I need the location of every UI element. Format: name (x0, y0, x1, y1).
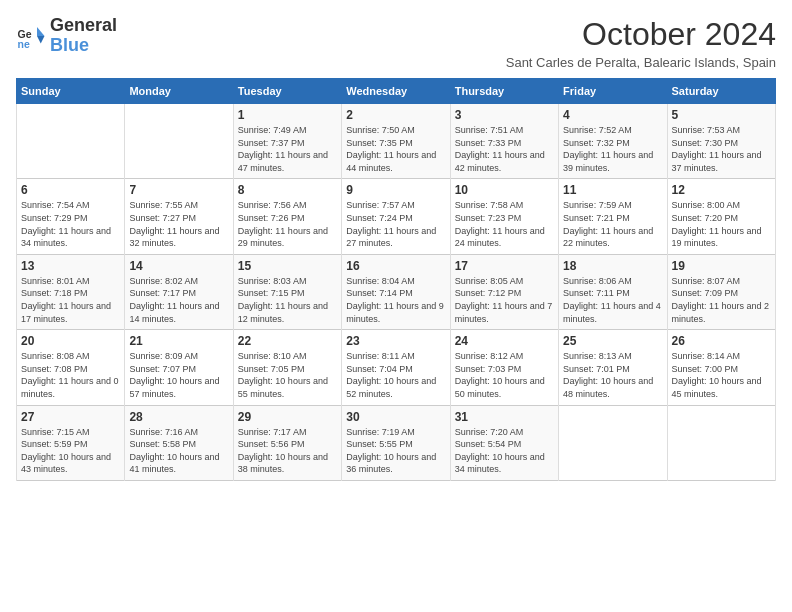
calendar-cell: 11Sunrise: 7:59 AM Sunset: 7:21 PM Dayli… (559, 179, 667, 254)
day-number: 27 (21, 410, 120, 424)
day-number: 29 (238, 410, 337, 424)
day-info: Sunrise: 8:10 AM Sunset: 7:05 PM Dayligh… (238, 350, 337, 400)
weekday-header-sunday: Sunday (17, 79, 125, 104)
day-number: 17 (455, 259, 554, 273)
calendar-cell: 27Sunrise: 7:15 AM Sunset: 5:59 PM Dayli… (17, 405, 125, 480)
calendar-cell: 31Sunrise: 7:20 AM Sunset: 5:54 PM Dayli… (450, 405, 558, 480)
day-info: Sunrise: 8:11 AM Sunset: 7:04 PM Dayligh… (346, 350, 445, 400)
logo-general: General (50, 15, 117, 35)
calendar-cell (125, 104, 233, 179)
day-info: Sunrise: 7:53 AM Sunset: 7:30 PM Dayligh… (672, 124, 771, 174)
day-number: 1 (238, 108, 337, 122)
weekday-header-monday: Monday (125, 79, 233, 104)
day-info: Sunrise: 8:13 AM Sunset: 7:01 PM Dayligh… (563, 350, 662, 400)
day-number: 10 (455, 183, 554, 197)
day-number: 14 (129, 259, 228, 273)
calendar-week-row: 6Sunrise: 7:54 AM Sunset: 7:29 PM Daylig… (17, 179, 776, 254)
day-info: Sunrise: 8:05 AM Sunset: 7:12 PM Dayligh… (455, 275, 554, 325)
day-info: Sunrise: 7:15 AM Sunset: 5:59 PM Dayligh… (21, 426, 120, 476)
calendar-cell: 15Sunrise: 8:03 AM Sunset: 7:15 PM Dayli… (233, 254, 341, 329)
day-number: 31 (455, 410, 554, 424)
day-info: Sunrise: 7:52 AM Sunset: 7:32 PM Dayligh… (563, 124, 662, 174)
weekday-header-wednesday: Wednesday (342, 79, 450, 104)
calendar-cell: 14Sunrise: 8:02 AM Sunset: 7:17 PM Dayli… (125, 254, 233, 329)
calendar-cell: 1Sunrise: 7:49 AM Sunset: 7:37 PM Daylig… (233, 104, 341, 179)
day-number: 16 (346, 259, 445, 273)
day-info: Sunrise: 7:51 AM Sunset: 7:33 PM Dayligh… (455, 124, 554, 174)
day-info: Sunrise: 7:49 AM Sunset: 7:37 PM Dayligh… (238, 124, 337, 174)
day-info: Sunrise: 8:03 AM Sunset: 7:15 PM Dayligh… (238, 275, 337, 325)
calendar-cell: 7Sunrise: 7:55 AM Sunset: 7:27 PM Daylig… (125, 179, 233, 254)
day-info: Sunrise: 7:19 AM Sunset: 5:55 PM Dayligh… (346, 426, 445, 476)
day-info: Sunrise: 7:58 AM Sunset: 7:23 PM Dayligh… (455, 199, 554, 249)
day-number: 12 (672, 183, 771, 197)
calendar-cell (17, 104, 125, 179)
day-info: Sunrise: 8:07 AM Sunset: 7:09 PM Dayligh… (672, 275, 771, 325)
logo-icon: Ge ne (16, 21, 46, 51)
logo: Ge ne General Blue (16, 16, 117, 56)
weekday-header-thursday: Thursday (450, 79, 558, 104)
svg-marker-3 (37, 36, 45, 44)
calendar-cell (559, 405, 667, 480)
day-info: Sunrise: 7:54 AM Sunset: 7:29 PM Dayligh… (21, 199, 120, 249)
day-number: 23 (346, 334, 445, 348)
header: Ge ne General Blue October 2024 Sant Car… (16, 16, 776, 70)
calendar-cell: 6Sunrise: 7:54 AM Sunset: 7:29 PM Daylig… (17, 179, 125, 254)
day-number: 22 (238, 334, 337, 348)
day-number: 13 (21, 259, 120, 273)
day-number: 4 (563, 108, 662, 122)
calendar-cell: 13Sunrise: 8:01 AM Sunset: 7:18 PM Dayli… (17, 254, 125, 329)
day-number: 18 (563, 259, 662, 273)
location-subtitle: Sant Carles de Peralta, Balearic Islands… (506, 55, 776, 70)
day-info: Sunrise: 7:50 AM Sunset: 7:35 PM Dayligh… (346, 124, 445, 174)
calendar-cell: 3Sunrise: 7:51 AM Sunset: 7:33 PM Daylig… (450, 104, 558, 179)
calendar-cell: 30Sunrise: 7:19 AM Sunset: 5:55 PM Dayli… (342, 405, 450, 480)
day-number: 2 (346, 108, 445, 122)
calendar-cell: 17Sunrise: 8:05 AM Sunset: 7:12 PM Dayli… (450, 254, 558, 329)
calendar-cell: 9Sunrise: 7:57 AM Sunset: 7:24 PM Daylig… (342, 179, 450, 254)
weekday-header-row: SundayMondayTuesdayWednesdayThursdayFrid… (17, 79, 776, 104)
day-info: Sunrise: 8:00 AM Sunset: 7:20 PM Dayligh… (672, 199, 771, 249)
calendar-cell: 22Sunrise: 8:10 AM Sunset: 7:05 PM Dayli… (233, 330, 341, 405)
day-info: Sunrise: 8:06 AM Sunset: 7:11 PM Dayligh… (563, 275, 662, 325)
calendar-cell: 29Sunrise: 7:17 AM Sunset: 5:56 PM Dayli… (233, 405, 341, 480)
svg-marker-2 (37, 27, 45, 36)
day-number: 24 (455, 334, 554, 348)
day-number: 25 (563, 334, 662, 348)
day-info: Sunrise: 8:04 AM Sunset: 7:14 PM Dayligh… (346, 275, 445, 325)
calendar-cell: 24Sunrise: 8:12 AM Sunset: 7:03 PM Dayli… (450, 330, 558, 405)
day-number: 21 (129, 334, 228, 348)
day-info: Sunrise: 7:20 AM Sunset: 5:54 PM Dayligh… (455, 426, 554, 476)
day-info: Sunrise: 8:01 AM Sunset: 7:18 PM Dayligh… (21, 275, 120, 325)
calendar-cell: 28Sunrise: 7:16 AM Sunset: 5:58 PM Dayli… (125, 405, 233, 480)
day-info: Sunrise: 8:14 AM Sunset: 7:00 PM Dayligh… (672, 350, 771, 400)
calendar-cell: 2Sunrise: 7:50 AM Sunset: 7:35 PM Daylig… (342, 104, 450, 179)
day-info: Sunrise: 8:02 AM Sunset: 7:17 PM Dayligh… (129, 275, 228, 325)
title-area: October 2024 Sant Carles de Peralta, Bal… (506, 16, 776, 70)
day-info: Sunrise: 8:12 AM Sunset: 7:03 PM Dayligh… (455, 350, 554, 400)
day-info: Sunrise: 8:08 AM Sunset: 7:08 PM Dayligh… (21, 350, 120, 400)
calendar-cell: 23Sunrise: 8:11 AM Sunset: 7:04 PM Dayli… (342, 330, 450, 405)
day-number: 20 (21, 334, 120, 348)
day-info: Sunrise: 8:09 AM Sunset: 7:07 PM Dayligh… (129, 350, 228, 400)
calendar-cell: 10Sunrise: 7:58 AM Sunset: 7:23 PM Dayli… (450, 179, 558, 254)
day-info: Sunrise: 7:59 AM Sunset: 7:21 PM Dayligh… (563, 199, 662, 249)
day-number: 3 (455, 108, 554, 122)
calendar-cell: 20Sunrise: 8:08 AM Sunset: 7:08 PM Dayli… (17, 330, 125, 405)
calendar-week-row: 13Sunrise: 8:01 AM Sunset: 7:18 PM Dayli… (17, 254, 776, 329)
calendar-cell: 19Sunrise: 8:07 AM Sunset: 7:09 PM Dayli… (667, 254, 775, 329)
calendar-cell: 5Sunrise: 7:53 AM Sunset: 7:30 PM Daylig… (667, 104, 775, 179)
day-number: 15 (238, 259, 337, 273)
day-info: Sunrise: 7:55 AM Sunset: 7:27 PM Dayligh… (129, 199, 228, 249)
day-number: 30 (346, 410, 445, 424)
day-info: Sunrise: 7:17 AM Sunset: 5:56 PM Dayligh… (238, 426, 337, 476)
day-number: 6 (21, 183, 120, 197)
day-number: 8 (238, 183, 337, 197)
day-number: 26 (672, 334, 771, 348)
calendar-table: SundayMondayTuesdayWednesdayThursdayFrid… (16, 78, 776, 481)
calendar-cell: 26Sunrise: 8:14 AM Sunset: 7:00 PM Dayli… (667, 330, 775, 405)
weekday-header-saturday: Saturday (667, 79, 775, 104)
logo-text: General Blue (50, 16, 117, 56)
calendar-cell: 21Sunrise: 8:09 AM Sunset: 7:07 PM Dayli… (125, 330, 233, 405)
month-title: October 2024 (506, 16, 776, 53)
